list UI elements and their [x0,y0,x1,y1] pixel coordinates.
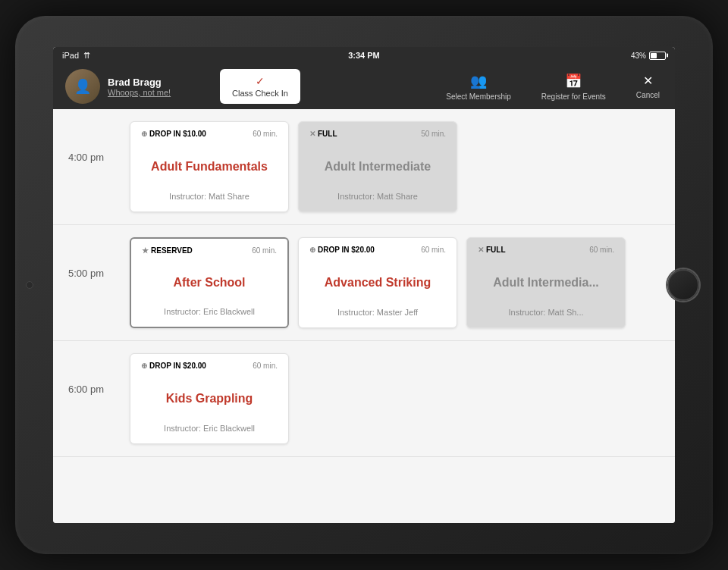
schedule-row-0: 4:00 pm⊕ DROP IN $10.0060 min.Adult Fund… [53,109,675,225]
class-card-kids-grappling-6pm[interactable]: ⊕ DROP IN $20.0060 min.Kids GrapplingIns… [130,353,289,444]
battery-icon [649,52,666,60]
class-status-adult-intermediate-5pm: ✕ FULL [478,246,506,254]
register-events-label: Register for Events [541,92,606,101]
battery-percent: 43% [631,52,646,60]
class-name-adult-intermediate-5pm: Adult Intermedia... [478,263,614,302]
class-name-adult-fundamentals-4pm: Adult Fundamentals [141,147,278,186]
ipad-label: iPad [62,51,79,60]
status-label: FULL [318,130,337,138]
status-label: DROP IN $10.00 [149,130,206,138]
class-status-adult-intermediate-4pm: ✕ FULL [309,130,337,138]
class-name-advanced-striking-5pm: Advanced Striking [309,263,446,302]
class-instructor-after-school-5pm: Instructor: Eric Blackwell [142,307,277,316]
class-status-advanced-striking-5pm: ⊕ DROP IN $20.00 [309,246,375,254]
cancel-x-icon: ✕ [643,74,653,88]
membership-label: Select Membership [446,92,511,101]
checkin-label: Class Check In [232,89,288,98]
class-card-adult-fundamentals-4pm[interactable]: ⊕ DROP IN $10.0060 min.Adult Fundamental… [130,121,289,212]
class-duration-advanced-striking-5pm: 60 min. [421,246,446,254]
user-name: Brad Bragg [108,77,171,88]
drop-icon: ⊕ [141,362,147,370]
status-label: FULL [486,246,506,254]
class-instructor-adult-fundamentals-4pm: Instructor: Matt Share [141,192,278,201]
schedule-row-2: 6:00 pm⊕ DROP IN $20.0060 min.Kids Grapp… [53,341,675,457]
card-header-advanced-striking-5pm: ⊕ DROP IN $20.0060 min. [309,246,446,254]
register-events-button[interactable]: 📅 Register for Events [526,67,621,107]
class-name-after-school-5pm: After School [142,264,277,301]
class-card-advanced-striking-5pm[interactable]: ⊕ DROP IN $20.0060 min.Advanced Striking… [298,237,457,328]
card-header-kids-grappling-6pm: ⊕ DROP IN $20.0060 min. [141,362,278,370]
class-status-kids-grappling-6pm: ⊕ DROP IN $20.00 [141,362,206,370]
class-name-kids-grappling-6pm: Kids Grappling [141,379,278,418]
schedule-row-1: 5:00 pm★ RESERVED60 min.After SchoolInst… [53,225,675,341]
classes-container-0: ⊕ DROP IN $10.0060 min.Adult Fundamental… [130,121,660,212]
main-content: 4:00 pm⊕ DROP IN $10.0060 min.Adult Fund… [53,109,675,523]
calendar-icon: 📅 [565,73,582,89]
class-instructor-adult-intermediate-4pm: Instructor: Matt Share [309,192,446,201]
x-icon: ✕ [478,246,484,254]
status-right: 43% [631,52,666,60]
card-header-adult-intermediate-4pm: ✕ FULL50 min. [309,130,446,138]
class-instructor-adult-intermediate-5pm: Instructor: Matt Sh... [478,308,614,317]
status-bar: iPad ⇈ 3:34 PM 43% [53,47,675,64]
class-status-after-school-5pm: ★ RESERVED [142,246,193,255]
class-checkin-button[interactable]: ✓ Class Check In [220,69,300,104]
class-instructor-kids-grappling-6pm: Instructor: Eric Blackwell [141,424,278,433]
screen: iPad ⇈ 3:34 PM 43% 👤 Brad Bragg Whoops, … [53,47,675,523]
class-card-adult-intermediate-4pm: ✕ FULL50 min.Adult IntermediateInstructo… [298,121,457,212]
status-label: DROP IN $20.00 [318,246,375,254]
class-status-adult-fundamentals-4pm: ⊕ DROP IN $10.00 [141,130,206,138]
card-header-after-school-5pm: ★ RESERVED60 min. [142,246,277,255]
status-left: iPad ⇈ [62,51,90,61]
nav-actions: 👥 Select Membership 📅 Register for Event… [431,67,675,107]
user-info: Brad Bragg Whoops, not me! [108,77,171,97]
class-duration-adult-intermediate-4pm: 50 min. [421,130,446,138]
cancel-label: Cancel [636,91,660,99]
classes-container-1: ★ RESERVED60 min.After SchoolInstructor:… [130,237,660,328]
cancel-button[interactable]: ✕ Cancel [621,67,675,105]
class-duration-adult-fundamentals-4pm: 60 min. [253,130,278,138]
time-label-0: 4:00 pm [68,121,118,163]
classes-container-2: ⊕ DROP IN $20.0060 min.Kids GrapplingIns… [130,353,660,444]
class-name-adult-intermediate-4pm: Adult Intermediate [309,147,446,186]
card-header-adult-fundamentals-4pm: ⊕ DROP IN $10.0060 min. [141,130,278,138]
class-duration-kids-grappling-6pm: 60 min. [253,362,278,370]
membership-icon: 👥 [470,73,487,89]
class-duration-after-school-5pm: 60 min. [252,246,277,255]
top-nav: 👤 Brad Bragg Whoops, not me! ✓ Class Che… [53,64,675,109]
drop-icon: ⊕ [309,246,315,254]
drop-icon: ⊕ [141,130,147,138]
time-label-1: 5:00 pm [68,237,118,279]
status-label: DROP IN $20.00 [149,362,206,370]
x-icon: ✕ [309,130,315,138]
avatar: 👤 [65,69,100,104]
star-icon: ★ [142,246,149,255]
checkin-checkmark-icon: ✓ [256,75,265,87]
class-card-adult-intermediate-5pm: ✕ FULL60 min.Adult Intermedia...Instruct… [466,237,626,328]
select-membership-button[interactable]: 👥 Select Membership [431,67,526,107]
wifi-icon: ⇈ [83,51,90,61]
class-card-after-school-5pm[interactable]: ★ RESERVED60 min.After SchoolInstructor:… [130,237,289,328]
status-time: 3:34 PM [348,51,380,60]
class-instructor-advanced-striking-5pm: Instructor: Master Jeff [309,308,446,317]
nav-user: 👤 Brad Bragg Whoops, not me! [53,69,205,104]
whoops-link[interactable]: Whoops, not me! [108,88,171,97]
status-label: RESERVED [151,246,193,255]
time-label-2: 6:00 pm [68,353,118,395]
class-duration-adult-intermediate-5pm: 60 min. [589,246,614,254]
ipad-frame: iPad ⇈ 3:34 PM 43% 👤 Brad Bragg Whoops, … [15,16,713,554]
card-header-adult-intermediate-5pm: ✕ FULL60 min. [478,246,614,254]
